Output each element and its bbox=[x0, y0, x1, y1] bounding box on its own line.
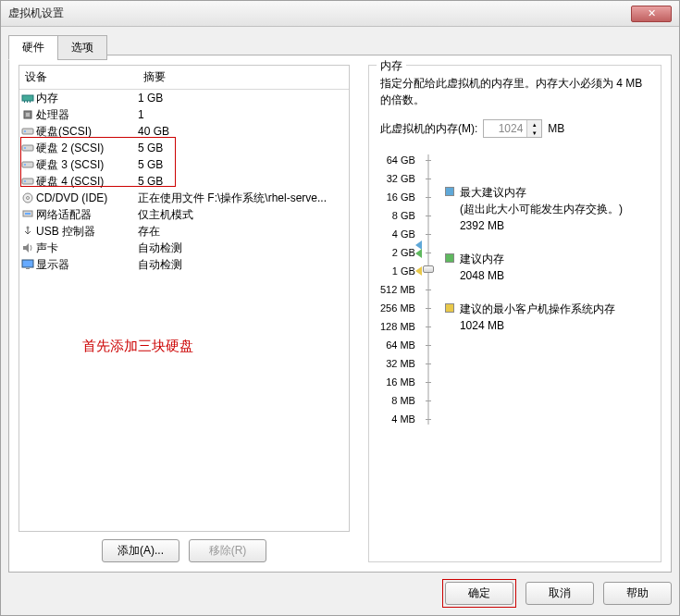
rec-max: 最大建议内存 (超出此大小可能发生内存交换。) 2392 MB bbox=[445, 184, 649, 234]
disk-icon bbox=[19, 142, 36, 154]
device-row[interactable]: CD/DVD (IDE)正在使用文件 F:\操作系统\rhel-serve... bbox=[19, 190, 349, 206]
device-summary: 自动检测 bbox=[138, 257, 349, 273]
device-row[interactable]: 硬盘 4 (SCSI)5 GB bbox=[19, 173, 349, 190]
device-row[interactable]: 硬盘(SCSI)40 GB bbox=[19, 123, 349, 140]
scale-tick: 2 GB bbox=[392, 243, 415, 262]
vm-settings-window: 虚拟机设置 ✕ 硬件 选项 设备 摘要 内存1 GB处理器1硬盘(SCSI)40… bbox=[0, 0, 680, 616]
memory-input-row: 此虚拟机的内存(M): ▲▼ MB bbox=[380, 119, 649, 138]
svg-rect-12 bbox=[22, 179, 33, 184]
device-row[interactable]: 硬盘 3 (SCSI)5 GB bbox=[19, 156, 349, 173]
memory-recommendations: 最大建议内存 (超出此大小可能发生内存交换。) 2392 MB 建议内存 204… bbox=[445, 151, 649, 428]
memory-thumb[interactable] bbox=[423, 265, 434, 273]
device-list-box: 设备 摘要 内存1 GB处理器1硬盘(SCSI)40 GB硬盘 2 (SCSI)… bbox=[19, 65, 350, 532]
device-summary: 自动检测 bbox=[138, 240, 349, 256]
svg-rect-6 bbox=[22, 129, 33, 134]
svg-rect-0 bbox=[22, 95, 33, 101]
scale-tick: 8 GB bbox=[392, 206, 415, 225]
device-name: USB 控制器 bbox=[36, 224, 138, 240]
device-summary: 5 GB bbox=[138, 142, 349, 154]
scale-tick: 16 GB bbox=[387, 188, 415, 206]
memory-desc: 指定分配给此虚拟机的内存里。内存大小必须为 4 MB 的倍数。 bbox=[380, 75, 649, 108]
device-header: 设备 摘要 bbox=[19, 66, 349, 90]
device-row[interactable]: 处理器1 bbox=[19, 106, 349, 123]
rec-min: 建议的最小客户机操作系统内存 1024 MB bbox=[445, 301, 649, 334]
device-summary: 1 GB bbox=[138, 92, 349, 105]
svg-point-7 bbox=[24, 130, 26, 132]
scale-tick: 128 MB bbox=[380, 317, 415, 336]
device-row[interactable]: 显示器自动检测 bbox=[19, 256, 349, 273]
svg-rect-10 bbox=[22, 162, 33, 167]
svg-rect-20 bbox=[26, 268, 30, 269]
ok-button[interactable]: 确定 bbox=[445, 582, 513, 605]
device-name: 硬盘 2 (SCSI) bbox=[36, 141, 138, 156]
svg-point-18 bbox=[27, 227, 30, 229]
device-name: 网络适配器 bbox=[36, 207, 138, 223]
device-list[interactable]: 内存1 GB处理器1硬盘(SCSI)40 GB硬盘 2 (SCSI)5 GB硬盘… bbox=[19, 90, 349, 273]
close-button[interactable]: ✕ bbox=[631, 6, 672, 22]
device-row[interactable]: 硬盘 2 (SCSI)5 GB bbox=[19, 140, 349, 156]
marker-rec-icon bbox=[415, 249, 422, 258]
add-button[interactable]: 添加(A)... bbox=[102, 539, 179, 562]
device-name: 处理器 bbox=[36, 107, 138, 123]
tab-hardware[interactable]: 硬件 bbox=[8, 35, 58, 60]
rec-suggested-swatch bbox=[445, 253, 454, 263]
memory-icon bbox=[19, 92, 36, 104]
memory-group: 内存 指定分配给此虚拟机的内存里。内存大小必须为 4 MB 的倍数。 此虚拟机的… bbox=[368, 65, 661, 562]
memory-label: 此虚拟机的内存(M): bbox=[380, 121, 477, 137]
device-summary: 5 GB bbox=[138, 175, 349, 188]
memory-legend: 内存 bbox=[377, 58, 406, 74]
window-title: 虚拟机设置 bbox=[8, 6, 64, 21]
cpu-icon bbox=[19, 109, 36, 120]
display-icon bbox=[19, 259, 36, 270]
svg-rect-17 bbox=[25, 213, 31, 215]
sound-icon bbox=[19, 242, 36, 253]
device-row[interactable]: 网络适配器仅主机模式 bbox=[19, 206, 349, 223]
usb-icon bbox=[19, 226, 36, 237]
marker-min-icon bbox=[415, 266, 422, 276]
svg-rect-19 bbox=[22, 260, 33, 267]
titlebar: 虚拟机设置 ✕ bbox=[1, 1, 679, 27]
svg-point-15 bbox=[27, 197, 30, 200]
tab-options[interactable]: 选项 bbox=[57, 35, 107, 60]
svg-rect-8 bbox=[22, 145, 33, 151]
memory-spinner[interactable]: ▲▼ bbox=[483, 119, 542, 138]
rec-max-swatch bbox=[445, 187, 454, 196]
scale-tick: 16 MB bbox=[386, 373, 415, 391]
memory-input[interactable] bbox=[484, 120, 526, 137]
scale-tick: 32 MB bbox=[386, 354, 415, 373]
device-row[interactable]: USB 控制器存在 bbox=[19, 223, 349, 240]
rec-suggested: 建议内存 2048 MB bbox=[445, 251, 649, 284]
svg-point-9 bbox=[24, 147, 26, 149]
svg-rect-5 bbox=[26, 113, 30, 117]
scale-tick: 64 MB bbox=[386, 336, 415, 354]
help-button[interactable]: 帮助 bbox=[603, 582, 672, 605]
device-name: 声卡 bbox=[36, 240, 138, 256]
tab-panel: 设备 摘要 内存1 GB处理器1硬盘(SCSI)40 GB硬盘 2 (SCSI)… bbox=[8, 55, 672, 573]
device-summary: 正在使用文件 F:\操作系统\rhel-serve... bbox=[138, 191, 349, 206]
memory-unit: MB bbox=[548, 122, 564, 135]
svg-rect-1 bbox=[24, 101, 25, 103]
spinner-buttons[interactable]: ▲▼ bbox=[526, 120, 541, 137]
cancel-button[interactable]: 取消 bbox=[525, 582, 594, 605]
device-pane: 设备 摘要 内存1 GB处理器1硬盘(SCSI)40 GB硬盘 2 (SCSI)… bbox=[9, 55, 359, 572]
tab-strip: 硬件 选项 bbox=[8, 35, 672, 60]
net-icon bbox=[19, 209, 36, 220]
device-summary: 仅主机模式 bbox=[138, 207, 349, 223]
device-row[interactable]: 内存1 GB bbox=[19, 90, 349, 106]
memory-track[interactable] bbox=[421, 151, 436, 428]
svg-point-13 bbox=[24, 180, 26, 182]
disk-icon bbox=[19, 126, 36, 137]
device-name: 硬盘(SCSI) bbox=[36, 124, 138, 140]
dialog-buttons: 确定 取消 帮助 bbox=[8, 578, 672, 608]
device-row[interactable]: 声卡自动检测 bbox=[19, 240, 349, 256]
scale-tick: 1 GB bbox=[392, 262, 415, 280]
disk-icon bbox=[19, 159, 36, 170]
col-summary: 摘要 bbox=[138, 66, 349, 89]
device-summary: 5 GB bbox=[138, 158, 349, 171]
scale-tick: 8 MB bbox=[391, 391, 415, 410]
ok-highlight: 确定 bbox=[442, 579, 516, 608]
annotation-text: 首先添加三块硬盘 bbox=[82, 338, 193, 355]
svg-point-11 bbox=[24, 164, 26, 166]
scale-tick: 512 MB bbox=[380, 280, 415, 299]
rec-min-swatch bbox=[445, 303, 454, 313]
